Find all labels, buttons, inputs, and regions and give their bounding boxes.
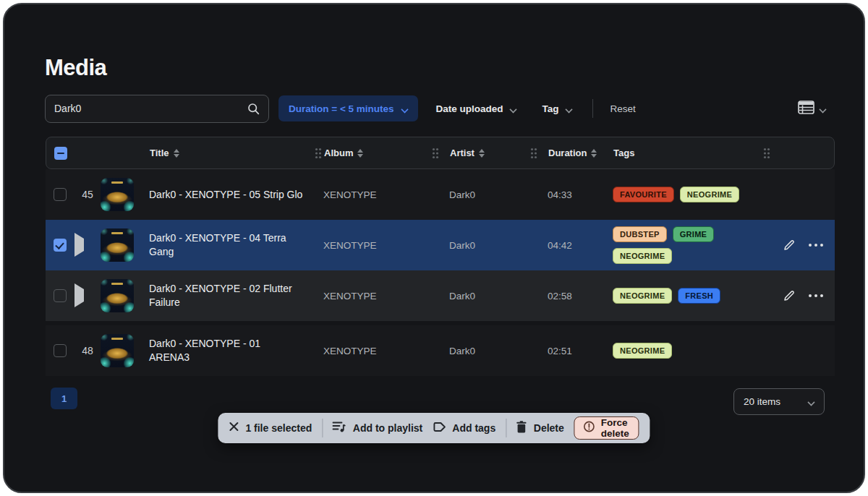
delete-label: Delete bbox=[534, 422, 564, 434]
album-art-thumbnail[interactable] bbox=[101, 279, 134, 312]
table-view-icon bbox=[798, 101, 814, 117]
tag-dropdown[interactable]: Tag bbox=[542, 103, 572, 114]
tag-badge[interactable]: DUBSTEP bbox=[613, 226, 667, 242]
action-bar-divider bbox=[506, 419, 506, 437]
column-drag-handle[interactable] bbox=[312, 147, 324, 159]
add-to-playlist-label: Add to playlist bbox=[353, 422, 422, 434]
force-delete-button[interactable]: Force delete bbox=[574, 416, 639, 440]
sort-icon bbox=[174, 149, 179, 158]
tag-badge[interactable]: FAVOURITE bbox=[613, 187, 674, 202]
clear-selection-button[interactable]: 1 file selected bbox=[229, 422, 312, 435]
add-tags-label: Add tags bbox=[452, 422, 495, 434]
search-input[interactable] bbox=[54, 103, 242, 114]
chevron-down-icon bbox=[566, 106, 572, 112]
column-header-artist[interactable]: Artist bbox=[450, 147, 519, 158]
row-checkbox[interactable] bbox=[54, 344, 67, 357]
column-drag-handle[interactable] bbox=[421, 147, 450, 159]
warning-icon bbox=[584, 421, 595, 435]
album-name: XENOTYPE bbox=[323, 240, 420, 251]
media-library-window: Media Duration = < 5 minutes Date upload… bbox=[3, 3, 865, 493]
select-all-checkbox[interactable] bbox=[54, 147, 67, 160]
track-title: Dark0 - XENOTYPE - 05 Strip Glo bbox=[149, 188, 312, 202]
album-art-thumbnail[interactable] bbox=[101, 178, 134, 211]
reset-filters-button[interactable]: Reset bbox=[610, 103, 636, 114]
more-options-icon[interactable] bbox=[809, 244, 823, 247]
play-icon[interactable] bbox=[75, 233, 84, 257]
album-art-thumbnail[interactable] bbox=[101, 334, 134, 367]
tag-dropdown-label: Tag bbox=[542, 103, 559, 114]
tag-badge[interactable]: NEOGRIME bbox=[680, 187, 739, 202]
page-title: Media bbox=[45, 55, 106, 81]
edit-icon[interactable] bbox=[783, 289, 796, 302]
row-checkbox[interactable] bbox=[54, 188, 67, 201]
tags-cell: FAVOURITE NEOGRIME bbox=[613, 187, 753, 202]
row-index: 45 bbox=[75, 189, 101, 200]
page-size-value: 20 items bbox=[744, 396, 780, 407]
album-name: XENOTYPE bbox=[323, 189, 420, 200]
chevron-down-icon bbox=[401, 106, 408, 112]
date-uploaded-label: Date uploaded bbox=[436, 103, 503, 114]
tag-badge[interactable]: FRESH bbox=[678, 288, 720, 304]
delete-button[interactable]: Delete bbox=[516, 421, 564, 436]
trash-icon bbox=[516, 421, 527, 436]
chevron-down-icon bbox=[510, 106, 516, 112]
track-duration: 02:51 bbox=[548, 346, 613, 356]
add-tags-button[interactable]: Add tags bbox=[433, 422, 495, 435]
album-art-thumbnail[interactable] bbox=[101, 228, 134, 262]
edit-icon[interactable] bbox=[783, 239, 796, 252]
artist-name: Dark0 bbox=[449, 291, 518, 302]
duration-filter-label: Duration = < 5 minutes bbox=[289, 103, 394, 114]
column-drag-handle[interactable] bbox=[519, 147, 548, 159]
selection-count-label: 1 file selected bbox=[245, 422, 312, 434]
table-row[interactable]: Dark0 - XENOTYPE - 02 Flutter Failure XE… bbox=[46, 270, 835, 321]
pagination-page-1[interactable]: 1 bbox=[51, 388, 77, 409]
column-header-title[interactable]: Title bbox=[150, 147, 312, 158]
track-duration: 04:33 bbox=[548, 189, 613, 200]
album-name: XENOTYPE bbox=[323, 346, 420, 356]
media-table: Title Album Artist bbox=[46, 137, 835, 376]
search-box[interactable] bbox=[45, 95, 269, 123]
page-size-select[interactable]: 20 items bbox=[733, 388, 825, 415]
track-duration: 02:58 bbox=[548, 291, 613, 302]
tag-badge[interactable]: NEOGRIME bbox=[613, 343, 672, 359]
column-header-tags[interactable]: Tags bbox=[613, 147, 754, 158]
table-row[interactable]: 48 Dark0 - XENOTYPE - 01 ARENA3 XENOTYPE… bbox=[46, 325, 835, 376]
row-checkbox[interactable] bbox=[54, 239, 67, 252]
tags-cell: NEOGRIME bbox=[613, 343, 753, 359]
add-to-playlist-button[interactable]: Add to playlist bbox=[333, 421, 422, 436]
play-icon[interactable] bbox=[75, 283, 84, 307]
table-row[interactable]: 45 Dark0 - XENOTYPE - 05 Strip Glo XENOT… bbox=[46, 169, 835, 220]
tag-badge[interactable]: NEOGRIME bbox=[613, 288, 672, 304]
column-header-album[interactable]: Album bbox=[324, 147, 421, 158]
more-options-icon[interactable] bbox=[809, 294, 823, 297]
sort-icon bbox=[591, 149, 597, 158]
track-title: Dark0 - XENOTYPE - 04 Terra Gang bbox=[149, 231, 312, 259]
duration-filter-chip[interactable]: Duration = < 5 minutes bbox=[278, 95, 418, 121]
date-uploaded-dropdown[interactable]: Date uploaded bbox=[436, 103, 516, 114]
search-icon[interactable] bbox=[247, 103, 260, 115]
sort-icon bbox=[479, 149, 485, 158]
tag-badge[interactable]: NEOGRIME bbox=[613, 248, 672, 264]
row-checkbox[interactable] bbox=[54, 289, 67, 302]
artist-name: Dark0 bbox=[449, 189, 518, 200]
view-mode-toggle[interactable] bbox=[798, 101, 826, 117]
album-name: XENOTYPE bbox=[323, 291, 420, 302]
table-row[interactable]: Dark0 - XENOTYPE - 04 Terra Gang XENOTYP… bbox=[46, 220, 835, 270]
row-index: 48 bbox=[75, 345, 101, 356]
sort-icon bbox=[357, 149, 363, 158]
chevron-down-icon bbox=[820, 106, 826, 112]
track-title: Dark0 - XENOTYPE - 01 ARENA3 bbox=[149, 337, 312, 364]
selection-action-bar: 1 file selected Add to playlist bbox=[218, 413, 650, 443]
toolbar-divider bbox=[592, 99, 593, 118]
playlist-add-icon bbox=[333, 421, 346, 436]
tags-cell: DUBSTEP GRIME NEOGRIME bbox=[613, 226, 753, 264]
track-title: Dark0 - XENOTYPE - 02 Flutter Failure bbox=[149, 282, 312, 309]
column-drag-handle[interactable] bbox=[754, 147, 779, 159]
column-header-duration[interactable]: Duration bbox=[548, 147, 613, 158]
force-delete-label: Force delete bbox=[601, 417, 630, 439]
close-icon bbox=[229, 422, 239, 435]
table-header-row: Title Album Artist bbox=[46, 137, 835, 169]
track-duration: 04:42 bbox=[548, 240, 613, 251]
tag-icon bbox=[433, 422, 446, 435]
tag-badge[interactable]: GRIME bbox=[673, 226, 715, 242]
